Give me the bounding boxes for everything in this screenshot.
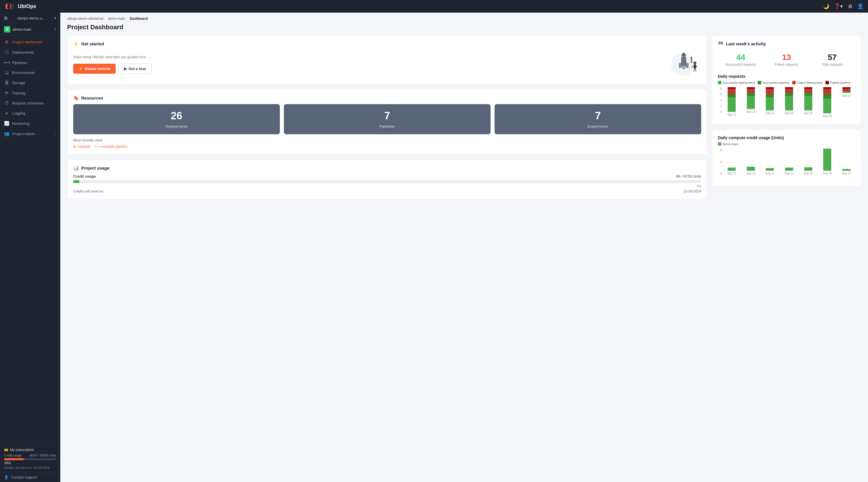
recent-link-pipeline[interactable]: ⟼ example-pipeline xyxy=(95,144,127,149)
reset-label: Credits will reset on: xyxy=(73,189,104,193)
help-icon[interactable]: ❓▾ xyxy=(834,3,843,9)
sidebar-org[interactable]: ⊞ ubiops-demo-u... ▾ xyxy=(0,12,60,24)
legend-dot-fail-pipe xyxy=(826,81,829,84)
environments-icon: 🗂 xyxy=(4,70,9,75)
subscription-progress-bg xyxy=(4,458,56,460)
sidebar-item-deployments[interactable]: ⬡ Deployments xyxy=(0,47,60,57)
pipelines-label: Pipelines xyxy=(290,124,485,129)
svg-rect-4 xyxy=(686,63,689,68)
svg-rect-3 xyxy=(679,63,681,68)
starter-tutorial-button[interactable]: ⚡ Starter tutorial xyxy=(73,64,116,74)
experiments-count: 7 xyxy=(500,110,695,122)
bar-chart-bars: Sep 11Sep 12Sep 13Sep 14Sep 15Sep 16Sep … xyxy=(723,87,855,119)
get-a-tour-button[interactable]: ▶ Get a tour xyxy=(119,64,152,74)
compute-y-axis: 840 xyxy=(718,149,722,180)
successful-requests-stat: 44 Successful requests xyxy=(718,50,764,69)
compute-bar-group: Sep 13 xyxy=(761,149,779,175)
bar-group: Sep 17 xyxy=(838,87,855,114)
failed-count: 13 xyxy=(764,53,809,62)
svg-point-10 xyxy=(693,61,696,64)
app-body: ⊞ ubiops-demo-u... ▾ D demo-main ▾ ⊞ Pro… xyxy=(0,12,868,482)
bar-group: Sep 11 xyxy=(723,87,741,114)
sidebar-subscription: 💳 My subscription Credit usage 9524 / 25… xyxy=(0,445,60,472)
credit-percentage: 38% xyxy=(4,461,56,465)
page-title: Project Dashboard xyxy=(60,22,868,35)
bookmark-icon: 🔖 xyxy=(73,95,79,101)
credit-usage-value: 9524 / 25000 Units xyxy=(30,454,56,457)
play-icon: ▶ xyxy=(124,67,127,71)
sidebar-item-logging[interactable]: ≡ Logging xyxy=(0,108,60,118)
credit-bar-fill xyxy=(73,180,80,183)
bar-group: Sep 14 xyxy=(780,87,798,114)
credit-value: 96 / 9729 Units xyxy=(676,174,701,179)
sidebar-item-project-dashboard[interactable]: ⊞ Project dashboard xyxy=(0,37,60,47)
compute-bar-group: Sep 14 xyxy=(780,149,798,175)
credit-reset-date: Credits will reset on: 23-09-2024 xyxy=(4,466,56,470)
left-column: ⚡ Get started Start using UbiOps and tak… xyxy=(67,35,707,199)
compute-chart-area: 840 Sep 11Sep 12Sep 13Sep 14Sep 15Sep 16… xyxy=(718,149,855,180)
storage-icon: 🗄 xyxy=(4,80,9,85)
sidebar-item-project-admin[interactable]: 👥 Project Admin › xyxy=(0,129,60,139)
credit-usage-label: Credit usage xyxy=(4,454,22,457)
legend-dot-succ-dep xyxy=(718,81,721,84)
recent-link-example[interactable]: ⊞ example xyxy=(73,144,90,149)
resources-grid: 26 Deployments 7 Pipelines 7 Experiments xyxy=(73,104,701,134)
logging-icon: ≡ xyxy=(4,111,9,116)
compute-bar-group: Sep 17 xyxy=(838,149,855,175)
monitor-icon[interactable]: 🖥 xyxy=(847,3,852,9)
failed-label: Failed requests xyxy=(764,63,809,67)
daily-requests-chart-area: 86420 Sep 11Sep 12Sep 13Sep 14Sep 15Sep … xyxy=(718,87,855,119)
admin-icon: 👥 xyxy=(4,131,9,136)
lightning-icon: ⚡ xyxy=(73,41,79,46)
breadcrumb-org[interactable]: ubiops-demo-ubinternal xyxy=(67,17,103,21)
breadcrumb-project[interactable]: demo-main xyxy=(108,17,125,21)
btn-group: ⚡ Starter tutorial ▶ Get a tour xyxy=(73,64,661,74)
successful-label: Successful requests xyxy=(718,63,764,67)
deployments-resource-card[interactable]: 26 Deployments xyxy=(73,104,280,134)
breadcrumb-sep-2: › xyxy=(127,17,128,21)
sidebar-project[interactable]: D demo-main ▾ xyxy=(0,24,60,35)
sidebar-item-request-schedules[interactable]: ⏱ Request schedules xyxy=(0,98,60,108)
daily-requests-title: Daily requests xyxy=(718,74,855,78)
moon-icon[interactable]: 🌙 xyxy=(823,3,829,9)
failed-requests-stat: 13 Failed requests xyxy=(764,50,809,69)
compute-bar-group: Sep 11 xyxy=(723,149,741,175)
recent-links: ⊞ example ⟼ example-pipeline xyxy=(73,144,701,149)
rocket-illustration xyxy=(664,50,701,78)
admin-arrow-icon: › xyxy=(55,132,56,135)
sidebar-item-monitoring[interactable]: 📈 Monitoring xyxy=(0,118,60,129)
content-grid: ⚡ Get started Start using UbiOps and tak… xyxy=(60,35,868,206)
pipelines-resource-card[interactable]: 7 Pipelines xyxy=(284,104,491,134)
user-icon[interactable]: 👤 xyxy=(857,3,863,9)
get-started-content: Start using UbiOps and take our guided t… xyxy=(73,50,701,78)
svg-line-14 xyxy=(694,69,694,72)
credit-label: Credit usage xyxy=(73,174,96,179)
topbar-right: 🌙 ❓▾ 🖥 👤 xyxy=(823,3,863,9)
chart-icon: 📊 xyxy=(73,165,79,171)
y-axis-labels: 86420 xyxy=(718,87,722,119)
usage-row: Credit usage 96 / 9729 Units xyxy=(73,174,701,179)
compute-bar-group: Sep 16 xyxy=(818,149,836,175)
resources-title: 🔖 Resources xyxy=(73,95,701,101)
compute-chart-title: Daily compute credit usage (Units) xyxy=(718,135,855,140)
compute-legend: demo-main xyxy=(718,142,855,146)
topbar-left: UbiOps xyxy=(5,3,36,10)
legend-dot-fail-dep xyxy=(792,81,796,84)
compute-bar-group: Sep 15 xyxy=(799,149,817,175)
total-count: 57 xyxy=(809,53,855,62)
contact-support[interactable]: 👤 Contact support xyxy=(0,472,60,482)
dashboard-icon: ⊞ xyxy=(4,39,9,44)
sidebar-item-training[interactable]: ⟳ Training xyxy=(0,88,60,98)
sidebar-item-storage[interactable]: 🗄 Storage xyxy=(0,78,60,88)
main-content: ubiops-demo-ubinternal › demo-main › Das… xyxy=(60,12,868,482)
daily-requests-chart: Daily requests Successful deployment Suc… xyxy=(718,74,855,119)
sidebar-item-environments[interactable]: 🗂 Environments xyxy=(0,68,60,78)
breadcrumb: ubiops-demo-ubinternal › demo-main › Das… xyxy=(60,12,868,22)
experiments-resource-card[interactable]: 7 Experiments xyxy=(495,104,701,134)
legend-dot-succ-pipe xyxy=(758,81,761,84)
subscription-progress-fill xyxy=(4,458,24,460)
sidebar-item-pipelines[interactable]: ⟼ Pipelines xyxy=(0,57,60,68)
legend-fail-dep: Failed deployment xyxy=(792,81,823,84)
topbar: UbiOps 🌙 ❓▾ 🖥 👤 xyxy=(0,0,868,12)
org-icon: ⊞ xyxy=(4,15,8,21)
